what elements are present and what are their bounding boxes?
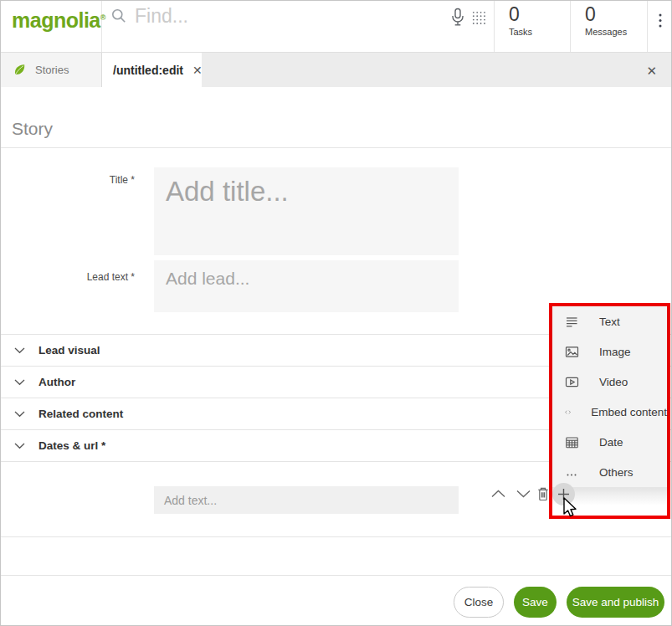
menu-item-image[interactable]: Image [552,336,667,367]
chevron-down-icon [14,347,25,354]
menu-item-label: Embed content [591,406,667,418]
menu-item-others[interactable]: Others [552,457,667,487]
tab-untitled-edit-label: /untitled:edit [113,64,183,77]
menu-item-text[interactable]: Text [552,306,667,336]
divider [1,575,671,576]
microphone-icon[interactable] [450,8,465,28]
mouse-cursor [562,497,581,519]
messages-button[interactable]: 0 Messages [570,1,647,52]
text-block-field[interactable]: Add text... [154,486,459,514]
lead-field-label: Lead text * [1,271,135,283]
logo-cell: magnolia® [1,1,102,52]
section-label: Dates & url * [38,439,105,452]
menu-item-label: Text [599,316,620,328]
chevron-down-icon [14,443,25,449]
menu-item-label: Image [599,346,631,358]
tab-stories[interactable]: Stories [1,53,102,87]
move-down-icon[interactable] [516,490,531,498]
search-input[interactable]: Find... [135,5,188,28]
title-field-label: Title * [1,174,135,186]
move-up-icon[interactable] [491,490,505,498]
subapp-close-icon[interactable]: ✕ [646,64,657,79]
menu-item-label: Video [599,376,628,388]
ellipsis-icon [565,465,579,480]
tasks-button[interactable]: 0 Tasks [494,1,570,52]
save-and-publish-button[interactable]: Save and publish [567,587,664,618]
search-icon [111,8,126,23]
lead-field[interactable]: Add lead... [154,260,459,312]
lead-placeholder: Add lead... [166,269,249,288]
logo-registered-mark: ® [100,13,105,22]
section-label: Author [38,376,75,388]
tab-bar: Stories /untitled:edit ✕ ✕ [1,53,671,87]
more-menu-button[interactable] [647,1,672,52]
more-vertical-icon [659,13,662,28]
tasks-count: 0 [509,3,570,27]
menu-item-embed-content[interactable]: Embed content [552,397,667,427]
save-button[interactable]: Save [514,587,557,618]
page-title: Story [12,119,53,139]
menu-item-label: Date [599,436,623,449]
section-label: Related content [38,408,123,420]
text-lines-icon [565,315,579,329]
divider [1,536,671,537]
title-placeholder: Add title... [166,176,289,207]
chevron-down-icon [14,379,25,386]
section-label: Lead visual [38,344,100,357]
menu-item-video[interactable]: Video [552,367,667,397]
messages-label: Messages [585,27,647,37]
app-launcher-grid-icon[interactable] [472,11,486,25]
leaf-icon [13,63,27,77]
header: magnolia® Find... 0 Tasks 0 Messages [1,1,671,53]
tab-untitled-edit[interactable]: /untitled:edit ✕ [102,53,202,87]
video-icon [565,375,579,389]
magnolia-logo[interactable]: magnolia® [12,10,101,31]
close-button[interactable]: Close [454,587,504,618]
title-field[interactable]: Add title... [154,167,459,255]
text-block-placeholder: Add text... [164,494,217,507]
add-block-menu: Text Image Video Embed content Date Othe… [552,306,667,487]
embed-code-icon [565,405,571,419]
menu-item-label: Others [599,466,634,479]
chevron-down-icon [14,411,25,418]
logo-text: magnolia [12,8,100,32]
app-window: magnolia® Find... 0 Tasks 0 Messages [0,0,672,626]
calendar-icon [565,435,579,449]
tab-close-icon[interactable]: ✕ [192,64,203,76]
menu-item-date[interactable]: Date [552,427,667,457]
tasks-label: Tasks [509,27,570,37]
trash-icon[interactable] [536,486,550,501]
highlight-annotation-box: Text Image Video Embed content Date Othe… [549,303,670,519]
tab-stories-label: Stories [35,64,69,76]
image-icon [565,345,579,359]
messages-count: 0 [585,3,647,27]
divider [1,147,671,148]
